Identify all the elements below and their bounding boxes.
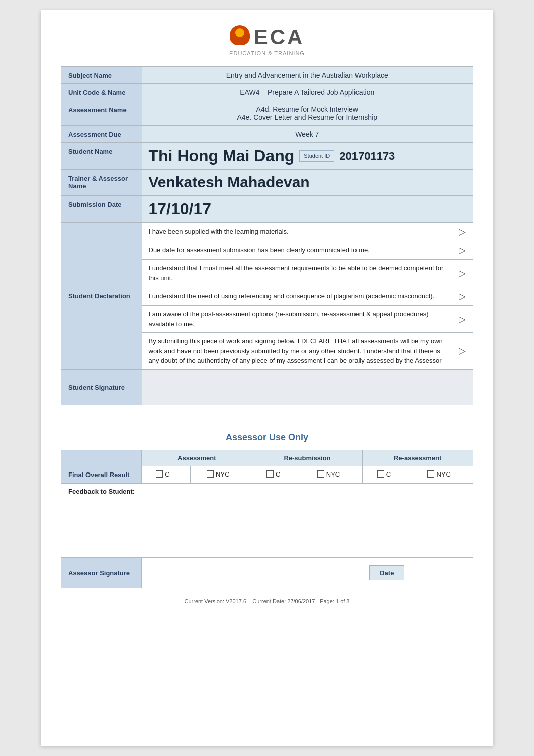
check-3: ▷	[452, 260, 473, 287]
assessment-c: C	[142, 466, 191, 484]
assessment-nyc-label: NYC	[216, 470, 229, 478]
assessment-c-checkbox[interactable]	[156, 470, 163, 478]
submission-label: Submission Date	[61, 196, 142, 223]
subject-name-label: Subject Name	[61, 67, 142, 84]
resubmission-nyc-checkbox[interactable]	[317, 470, 324, 478]
feedback-label: Feedback to Student:	[68, 488, 466, 495]
resubmission-nyc-item: NYC	[317, 470, 340, 478]
assessment-nyc: NYC	[191, 466, 252, 484]
reassessment-c-checkbox[interactable]	[377, 470, 384, 478]
check-6: ▷	[452, 333, 473, 370]
feedback-content[interactable]	[68, 498, 466, 553]
trainer-value: Venkatesh Mahadevan	[149, 174, 310, 191]
unit-code-label: Unit Code & Name	[61, 84, 142, 101]
logo-icon	[230, 25, 250, 45]
declaration-item-2: Due date for assessment submission has b…	[142, 241, 452, 260]
assessment-name-value: A4d. Resume for Mock Interview A4e. Cove…	[142, 101, 473, 126]
declaration-label: Student Declaration	[61, 223, 142, 369]
student-signature-label: Student Signature	[61, 369, 142, 405]
check-1: ▷	[452, 223, 473, 241]
assessor-signature-label: Assessor Signature	[61, 558, 142, 588]
logo-text: ECA	[254, 25, 305, 49]
resubmission-c-item: C	[266, 470, 280, 478]
info-table: Subject Name Entry and Advancement in th…	[61, 66, 473, 223]
final-result-label: Final Overall Result	[61, 466, 142, 484]
declaration-item-5: I am aware of the post-assessment option…	[142, 306, 452, 333]
final-result-row: Final Overall Result C NYC C	[61, 466, 473, 484]
assessment-name-row: Assessment Name A4d. Resume for Mock Int…	[61, 101, 473, 126]
student-id-value: 201701173	[339, 150, 395, 163]
declaration-item-3: I understand that I must meet all the as…	[142, 260, 452, 287]
resubmission-col-header: Re-submission	[252, 450, 363, 466]
assessment-due-label: Assessment Due	[61, 126, 142, 143]
student-name-row: Student Name Thi Hong Mai Dang Student I…	[61, 143, 473, 170]
declaration-item-6: By submitting this piece of work and sig…	[142, 333, 452, 370]
trainer-label: Trainer & Assessor Name	[61, 170, 142, 196]
reassessment-nyc-label: NYC	[436, 470, 450, 478]
logo-subtitle: EDUCATION & TRAINING	[61, 50, 473, 56]
submission-row: Submission Date 17/10/17	[61, 196, 473, 223]
trainer-row: Trainer & Assessor Name Venkatesh Mahade…	[61, 170, 473, 196]
logo-area: ECA EDUCATION & TRAINING	[61, 20, 473, 66]
assessment-c-label: C	[165, 470, 169, 478]
reassessment-nyc-checkbox[interactable]	[427, 470, 434, 478]
declaration-row: Student Declaration I have been supplied…	[61, 223, 473, 241]
submission-value-cell: 17/10/17	[142, 196, 473, 223]
reassessment-nyc-item: NYC	[427, 470, 450, 478]
student-signature-cell[interactable]	[142, 369, 473, 405]
reassessment-c: C	[363, 466, 411, 484]
assessment-col-header: Assessment	[142, 450, 252, 466]
trainer-value-cell: Venkatesh Mahadevan	[142, 170, 473, 196]
assessment-nyc-item: NYC	[207, 470, 229, 478]
resubmission-nyc-label: NYC	[326, 470, 340, 478]
resubmission-c-label: C	[276, 470, 280, 478]
student-id-label: Student ID	[304, 152, 330, 159]
assessment-name-line1: A4d. Resume for Mock Interview	[149, 105, 466, 113]
reassessment-c-item: C	[377, 470, 391, 478]
feedback-row: Feedback to Student:	[61, 484, 473, 558]
reassessment-nyc: NYC	[411, 466, 473, 484]
resubmission-c: C	[252, 466, 301, 484]
unit-code-value: EAW4 – Prepare A Tailored Job Applicatio…	[142, 84, 473, 101]
student-name-value: Thi Hong Mai Dang	[149, 147, 295, 165]
assessment-name-line2: A4e. Cover Letter and Resume for Interns…	[149, 113, 466, 121]
submission-value: 17/10/17	[149, 200, 212, 218]
date-label: Date	[369, 565, 404, 580]
assessment-name-label: Assessment Name	[61, 101, 142, 126]
assessor-header-row: Assessment Re-submission Re-assessment	[61, 450, 473, 466]
check-4: ▷	[452, 287, 473, 306]
assessment-due-value: Week 7	[142, 126, 473, 143]
check-2: ▷	[452, 241, 473, 260]
declaration-table: Student Declaration I have been supplied…	[61, 223, 473, 405]
student-id-box: Student ID	[299, 150, 334, 161]
assessor-title: Assessor Use Only	[61, 432, 473, 443]
resubmission-nyc: NYC	[301, 466, 363, 484]
footer: Current Version: V2017.6 – Current Date:…	[61, 598, 473, 604]
declaration-item-1: I have been supplied with the learning m…	[142, 223, 452, 241]
student-name-cell: Thi Hong Mai Dang Student ID 201701173	[142, 143, 473, 170]
assessment-nyc-checkbox[interactable]	[207, 470, 214, 478]
page: ECA EDUCATION & TRAINING Subject Name En…	[41, 10, 493, 746]
assessment-c-item: C	[156, 470, 169, 478]
student-name-row-inner: Thi Hong Mai Dang Student ID 201701173	[149, 147, 466, 165]
assessor-signature-row: Assessor Signature Date	[61, 558, 473, 588]
assessment-due-row: Assessment Due Week 7	[61, 126, 473, 143]
reassessment-col-header: Re-assessment	[363, 450, 473, 466]
subject-name-row: Subject Name Entry and Advancement in th…	[61, 67, 473, 84]
reassessment-c-label: C	[386, 470, 391, 478]
declaration-item-4: I understand the need of using referenci…	[142, 287, 452, 306]
signature-row: Student Signature	[61, 369, 473, 405]
check-5: ▷	[452, 306, 473, 333]
unit-code-row: Unit Code & Name EAW4 – Prepare A Tailor…	[61, 84, 473, 101]
assessor-table: Assessment Re-submission Re-assessment F…	[61, 450, 473, 589]
subject-name-value: Entry and Advancement in the Australian …	[142, 67, 473, 84]
resubmission-c-checkbox[interactable]	[266, 470, 274, 478]
date-cell: Date	[301, 558, 473, 588]
student-name-label: Student Name	[61, 143, 142, 170]
assessor-signature-cell[interactable]	[142, 558, 301, 588]
